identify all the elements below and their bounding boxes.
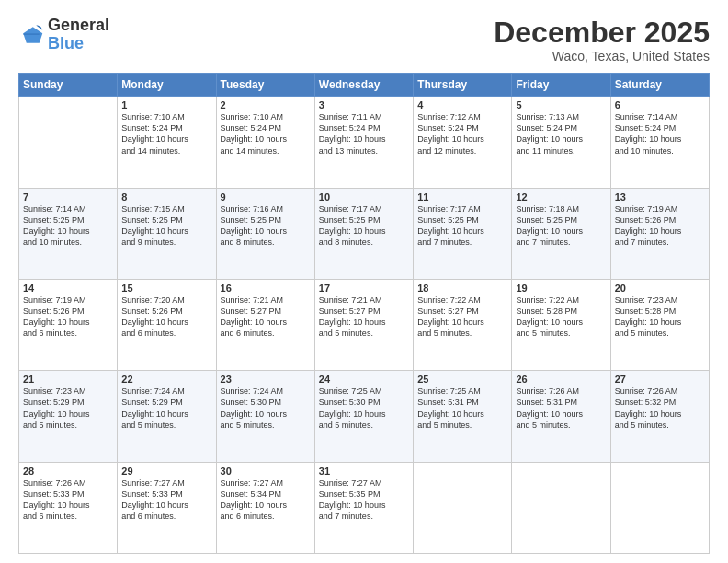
calendar-cell: 20Sunrise: 7:23 AM Sunset: 5:28 PM Dayli… [610, 279, 709, 370]
calendar-cell: 10Sunrise: 7:17 AM Sunset: 5:25 PM Dayli… [314, 188, 413, 279]
weekday-header-monday: Monday [118, 74, 216, 97]
calendar-cell: 23Sunrise: 7:24 AM Sunset: 5:30 PM Dayli… [216, 371, 314, 462]
calendar-cell: 18Sunrise: 7:22 AM Sunset: 5:27 PM Dayli… [414, 279, 512, 370]
day-number: 28 [23, 465, 113, 477]
calendar-cell [19, 97, 118, 188]
day-info: Sunrise: 7:11 AM Sunset: 5:24 PM Dayligh… [319, 111, 409, 156]
location: Waco, Texas, United States [494, 49, 710, 63]
day-info: Sunrise: 7:25 AM Sunset: 5:31 PM Dayligh… [417, 385, 507, 431]
day-number: 17 [319, 282, 409, 293]
day-number: 21 [23, 373, 113, 385]
logo-name: General Blue [48, 17, 109, 53]
day-number: 4 [417, 99, 507, 110]
weekday-header-saturday: Saturday [610, 74, 709, 97]
day-info: Sunrise: 7:17 AM Sunset: 5:25 PM Dayligh… [417, 203, 507, 248]
day-info: Sunrise: 7:26 AM Sunset: 5:31 PM Dayligh… [516, 385, 606, 431]
calendar-cell: 21Sunrise: 7:23 AM Sunset: 5:29 PM Dayli… [19, 371, 118, 462]
calendar-cell: 15Sunrise: 7:20 AM Sunset: 5:26 PM Dayli… [118, 279, 216, 370]
day-info: Sunrise: 7:14 AM Sunset: 5:25 PM Dayligh… [23, 203, 113, 248]
calendar-cell: 5Sunrise: 7:13 AM Sunset: 5:24 PM Daylig… [512, 97, 610, 188]
day-info: Sunrise: 7:23 AM Sunset: 5:29 PM Dayligh… [23, 385, 113, 431]
calendar-week-row: 1Sunrise: 7:10 AM Sunset: 5:24 PM Daylig… [19, 97, 710, 188]
day-info: Sunrise: 7:26 AM Sunset: 5:33 PM Dayligh… [23, 477, 113, 523]
day-info: Sunrise: 7:27 AM Sunset: 5:33 PM Dayligh… [121, 477, 211, 523]
header: General Blue December 2025 Waco, Texas, … [18, 17, 710, 63]
day-number: 27 [615, 373, 705, 385]
calendar-cell: 12Sunrise: 7:18 AM Sunset: 5:25 PM Dayli… [512, 188, 610, 279]
weekday-header-friday: Friday [512, 74, 610, 97]
day-info: Sunrise: 7:10 AM Sunset: 5:24 PM Dayligh… [121, 111, 211, 156]
calendar-cell: 6Sunrise: 7:14 AM Sunset: 5:24 PM Daylig… [610, 97, 709, 188]
weekday-header-sunday: Sunday [19, 74, 118, 97]
day-info: Sunrise: 7:10 AM Sunset: 5:24 PM Dayligh… [221, 111, 311, 156]
day-number: 13 [615, 191, 705, 202]
day-info: Sunrise: 7:26 AM Sunset: 5:32 PM Dayligh… [615, 385, 705, 431]
calendar-table: SundayMondayTuesdayWednesdayThursdayFrid… [18, 73, 710, 554]
weekday-header-tuesday: Tuesday [216, 74, 314, 97]
day-number: 15 [121, 282, 211, 293]
day-info: Sunrise: 7:19 AM Sunset: 5:26 PM Dayligh… [23, 294, 113, 339]
day-info: Sunrise: 7:12 AM Sunset: 5:24 PM Dayligh… [417, 111, 507, 156]
day-number: 2 [221, 99, 311, 110]
day-number: 30 [221, 465, 311, 477]
logo: General Blue [18, 17, 109, 53]
weekday-header-thursday: Thursday [414, 74, 512, 97]
day-info: Sunrise: 7:18 AM Sunset: 5:25 PM Dayligh… [516, 203, 606, 248]
day-number: 20 [615, 282, 705, 293]
day-info: Sunrise: 7:25 AM Sunset: 5:30 PM Dayligh… [319, 385, 409, 431]
calendar-cell: 7Sunrise: 7:14 AM Sunset: 5:25 PM Daylig… [19, 188, 118, 279]
calendar-cell: 14Sunrise: 7:19 AM Sunset: 5:26 PM Dayli… [19, 279, 118, 370]
calendar-cell: 11Sunrise: 7:17 AM Sunset: 5:25 PM Dayli… [414, 188, 512, 279]
day-number: 9 [221, 191, 311, 202]
title-block: December 2025 Waco, Texas, United States [494, 17, 710, 63]
calendar-week-row: 7Sunrise: 7:14 AM Sunset: 5:25 PM Daylig… [19, 188, 710, 279]
day-number: 7 [23, 191, 113, 202]
day-info: Sunrise: 7:23 AM Sunset: 5:28 PM Dayligh… [615, 294, 705, 339]
month-title: December 2025 [494, 17, 710, 49]
svg-marker-1 [36, 25, 42, 29]
day-number: 26 [516, 373, 606, 385]
day-info: Sunrise: 7:17 AM Sunset: 5:25 PM Dayligh… [319, 203, 409, 248]
day-info: Sunrise: 7:27 AM Sunset: 5:35 PM Dayligh… [319, 477, 409, 523]
calendar-cell: 30Sunrise: 7:27 AM Sunset: 5:34 PM Dayli… [216, 462, 314, 553]
calendar-week-row: 28Sunrise: 7:26 AM Sunset: 5:33 PM Dayli… [19, 462, 710, 553]
calendar-week-row: 14Sunrise: 7:19 AM Sunset: 5:26 PM Dayli… [19, 279, 710, 370]
day-info: Sunrise: 7:22 AM Sunset: 5:28 PM Dayligh… [516, 294, 606, 339]
day-number: 23 [221, 373, 311, 385]
calendar-cell: 9Sunrise: 7:16 AM Sunset: 5:25 PM Daylig… [216, 188, 314, 279]
day-info: Sunrise: 7:19 AM Sunset: 5:26 PM Dayligh… [615, 203, 705, 248]
calendar-cell: 24Sunrise: 7:25 AM Sunset: 5:30 PM Dayli… [314, 371, 413, 462]
logo-icon [18, 22, 44, 48]
day-number: 6 [615, 99, 705, 110]
calendar-cell [610, 462, 709, 553]
day-number: 10 [319, 191, 409, 202]
day-number: 24 [319, 373, 409, 385]
day-info: Sunrise: 7:13 AM Sunset: 5:24 PM Dayligh… [516, 111, 606, 156]
svg-rect-2 [23, 33, 40, 35]
day-number: 19 [516, 282, 606, 293]
day-info: Sunrise: 7:24 AM Sunset: 5:29 PM Dayligh… [121, 385, 211, 431]
calendar-week-row: 21Sunrise: 7:23 AM Sunset: 5:29 PM Dayli… [19, 371, 710, 462]
day-info: Sunrise: 7:21 AM Sunset: 5:27 PM Dayligh… [319, 294, 409, 339]
day-number: 11 [417, 191, 507, 202]
calendar-cell: 19Sunrise: 7:22 AM Sunset: 5:28 PM Dayli… [512, 279, 610, 370]
day-info: Sunrise: 7:21 AM Sunset: 5:27 PM Dayligh… [221, 294, 311, 339]
calendar-cell [512, 462, 610, 553]
day-number: 12 [516, 191, 606, 202]
day-number: 16 [221, 282, 311, 293]
day-info: Sunrise: 7:20 AM Sunset: 5:26 PM Dayligh… [121, 294, 211, 339]
calendar-cell: 3Sunrise: 7:11 AM Sunset: 5:24 PM Daylig… [314, 97, 413, 188]
weekday-header-row: SundayMondayTuesdayWednesdayThursdayFrid… [19, 74, 710, 97]
day-info: Sunrise: 7:22 AM Sunset: 5:27 PM Dayligh… [417, 294, 507, 339]
calendar-cell: 16Sunrise: 7:21 AM Sunset: 5:27 PM Dayli… [216, 279, 314, 370]
calendar-cell: 26Sunrise: 7:26 AM Sunset: 5:31 PM Dayli… [512, 371, 610, 462]
day-number: 18 [417, 282, 507, 293]
calendar-cell: 29Sunrise: 7:27 AM Sunset: 5:33 PM Dayli… [118, 462, 216, 553]
calendar-cell: 17Sunrise: 7:21 AM Sunset: 5:27 PM Dayli… [314, 279, 413, 370]
day-number: 25 [417, 373, 507, 385]
calendar-cell: 13Sunrise: 7:19 AM Sunset: 5:26 PM Dayli… [610, 188, 709, 279]
day-info: Sunrise: 7:15 AM Sunset: 5:25 PM Dayligh… [121, 203, 211, 248]
day-number: 22 [121, 373, 211, 385]
calendar-cell: 1Sunrise: 7:10 AM Sunset: 5:24 PM Daylig… [118, 97, 216, 188]
calendar-cell: 4Sunrise: 7:12 AM Sunset: 5:24 PM Daylig… [414, 97, 512, 188]
